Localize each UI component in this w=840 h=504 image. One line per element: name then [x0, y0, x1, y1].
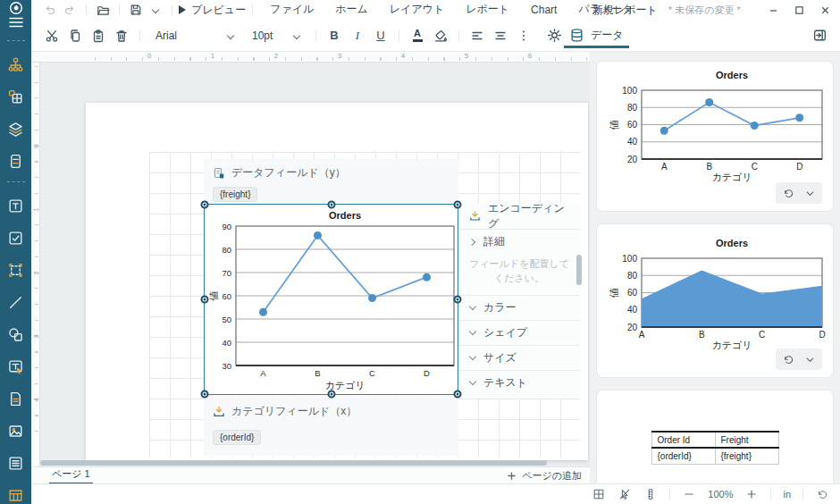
area-chart-suggestion-card[interactable]: 20406080100ABCDOrdersカテゴリ値 — [596, 223, 834, 378]
svg-text:C: C — [369, 368, 375, 378]
textbox-tool-icon[interactable] — [7, 197, 25, 214]
table-tool-icon[interactable] — [7, 487, 25, 504]
preview-button[interactable]: プレビュー — [179, 3, 246, 18]
resize-handle-sw[interactable] — [201, 391, 209, 399]
encoding-detail-row[interactable]: 詳細 — [458, 229, 580, 254]
unit-selector[interactable]: in — [783, 489, 791, 500]
zoom-reset-icon[interactable] — [815, 487, 829, 501]
italic-button[interactable]: I — [346, 24, 369, 47]
checkbox-tool-icon[interactable] — [7, 230, 25, 247]
tab-report[interactable]: レポート — [465, 0, 510, 20]
group-editor-icon[interactable] — [7, 88, 25, 105]
svg-text:100: 100 — [622, 86, 637, 96]
image-tool-icon[interactable] — [7, 423, 25, 440]
line-chart-suggestion-card[interactable]: 20406080100ABCDOrdersカテゴリ値 — [596, 61, 834, 212]
underline-button[interactable]: U — [369, 24, 392, 47]
cut-icon[interactable] — [40, 24, 63, 47]
paste-icon[interactable] — [87, 24, 110, 47]
font-color-button[interactable]: A — [406, 24, 429, 47]
resize-handle-e[interactable] — [454, 296, 462, 304]
svg-text:カテゴリ: カテゴリ — [711, 340, 752, 350]
encoding-section-text[interactable]: テキスト — [458, 370, 580, 395]
resize-handle-s[interactable] — [327, 391, 335, 399]
card-actions — [776, 349, 822, 370]
resize-handle-ne[interactable] — [454, 201, 462, 209]
chevron-down-icon — [469, 379, 476, 386]
tab-file[interactable]: ファイル — [269, 0, 315, 20]
font-size-select[interactable]: 10pt — [247, 25, 306, 46]
document-title: 新規レポート * 未保存の変更 * — [592, 0, 741, 20]
richtext-tool-icon[interactable] — [7, 358, 25, 375]
resize-handle-se[interactable] — [454, 391, 462, 399]
revert-icon[interactable] — [781, 186, 795, 200]
data-panel-tab[interactable]: データ — [569, 28, 624, 43]
undo-icon[interactable] — [40, 2, 60, 18]
rail-divider — [7, 40, 25, 41]
resize-handle-n[interactable] — [327, 201, 335, 209]
encoding-section-size[interactable]: サイズ — [458, 345, 580, 370]
svg-text:80: 80 — [627, 103, 638, 113]
svg-text:A: A — [260, 368, 266, 378]
menu-icon[interactable] — [0, 16, 31, 29]
svg-text:Orders: Orders — [328, 210, 360, 221]
freight-field-chip[interactable]: {freight} — [213, 187, 257, 202]
zoom-out-button[interactable] — [682, 487, 696, 501]
line-tool-icon[interactable] — [7, 294, 25, 311]
settings-gear-icon[interactable] — [542, 24, 566, 47]
zoom-in-button[interactable] — [744, 487, 759, 501]
svg-text:D: D — [819, 330, 825, 340]
page-tab-1[interactable]: ページ 1 — [49, 467, 93, 484]
minimize-button[interactable] — [760, 0, 786, 20]
shapes-tool-icon[interactable] — [7, 326, 25, 343]
resize-handle-nw[interactable] — [201, 201, 209, 209]
grid-toggle-icon[interactable] — [592, 487, 606, 501]
delete-icon[interactable] — [110, 24, 133, 47]
tab-chart[interactable]: Chart — [530, 2, 558, 19]
selection-tool-icon[interactable] — [7, 262, 25, 279]
save-menu-chevron-icon[interactable] — [146, 2, 165, 18]
more-options-icon[interactable] — [512, 24, 535, 47]
window-controls — [760, 0, 838, 20]
align-center-icon[interactable] — [489, 24, 512, 47]
save-icon[interactable] — [126, 2, 146, 18]
fill-color-icon[interactable] — [429, 24, 452, 47]
ruler-toggle-icon[interactable] — [643, 487, 658, 501]
maximize-button[interactable] — [786, 0, 812, 20]
close-button[interactable] — [812, 0, 838, 20]
tab-home[interactable]: ホーム — [334, 0, 369, 20]
horizontal-scrollbar[interactable] — [40, 460, 547, 466]
align-left-icon[interactable] — [466, 24, 489, 47]
horizontal-ruler: 0 1 2 3 4 5 6 — [40, 52, 590, 63]
font-size-value: 10pt — [252, 29, 273, 42]
ruler-mark: 1 — [32, 206, 40, 214]
encoding-section-color[interactable]: カラー — [458, 295, 580, 320]
y-field-label: データフィールド（y） — [231, 165, 346, 181]
add-page-button[interactable]: ページの追加 — [507, 469, 582, 483]
chevron-down-icon[interactable] — [802, 352, 817, 366]
table-suggestion-card[interactable]: Order Id Freight {orderId} {freight} — [596, 390, 834, 483]
document-tool-icon[interactable] — [7, 391, 25, 407]
layers-icon[interactable] — [7, 121, 25, 138]
copy-icon[interactable] — [63, 24, 87, 47]
zoom-level[interactable]: 100% — [708, 489, 733, 500]
snap-toggle-icon[interactable] — [617, 487, 632, 501]
svg-text:90: 90 — [222, 222, 231, 231]
chevron-down-icon[interactable] — [802, 186, 817, 200]
redo-icon[interactable] — [60, 2, 80, 18]
vertical-scrollbar[interactable] — [576, 255, 582, 285]
resize-handle-w[interactable] — [201, 296, 209, 304]
svg-text:30: 30 — [222, 361, 231, 371]
data-panel-icon[interactable] — [7, 153, 25, 170]
list-tool-icon[interactable] — [7, 455, 25, 472]
chart-element[interactable]: 30405060708090ABCDOrdersカテゴリ値 — [204, 204, 458, 395]
card-actions — [776, 182, 822, 204]
report-explorer-icon[interactable] — [7, 56, 25, 73]
open-file-icon[interactable] — [93, 2, 113, 18]
revert-icon[interactable] — [781, 352, 795, 366]
font-family-select[interactable]: Arial — [150, 25, 239, 46]
collapse-panel-icon[interactable] — [808, 24, 831, 47]
bold-button[interactable]: B — [323, 24, 346, 47]
orderid-field-chip[interactable]: {orderId} — [213, 430, 261, 445]
tab-layout[interactable]: レイアウト — [389, 0, 445, 20]
encoding-section-shape[interactable]: シェイプ — [458, 320, 580, 345]
